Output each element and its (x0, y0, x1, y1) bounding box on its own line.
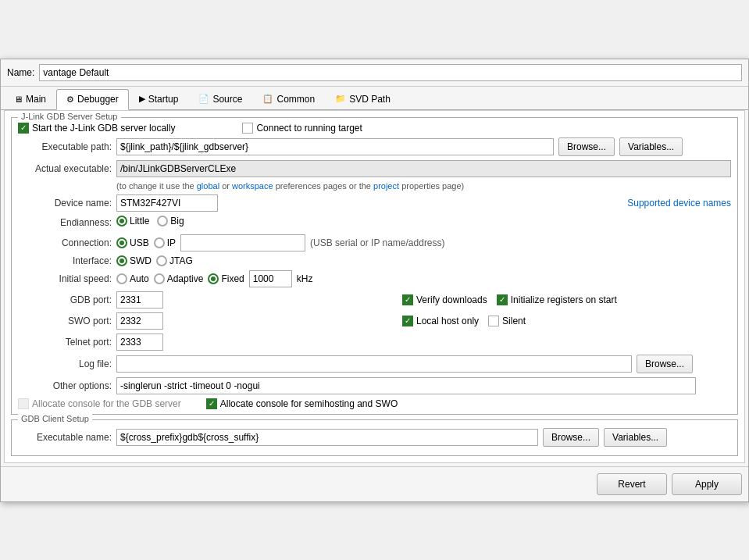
device-name-label: Device name: (18, 198, 112, 209)
silent-item[interactable]: Silent (488, 316, 526, 326)
speed-auto-radio[interactable] (116, 273, 127, 284)
connect-target-label: Connect to running target (256, 123, 362, 134)
speed-fixed[interactable]: Fixed (208, 273, 244, 284)
connect-target-checkbox[interactable] (242, 123, 253, 134)
exe-path-input[interactable]: ${jlink_path}/${jlink_gdbserver} (116, 138, 554, 155)
tab-debugger[interactable]: ⚙ Debugger (56, 89, 129, 110)
tab-content: J-Link GDB Server Setup Start the J-Link… (4, 110, 745, 463)
local-host-item[interactable]: Local host only (402, 316, 479, 326)
connection-ip-radio[interactable] (154, 237, 165, 248)
info-text-row: (to change it use the global or workspac… (116, 181, 731, 191)
name-input[interactable]: vantage Default (39, 64, 742, 81)
start-server-checkbox-item[interactable]: Start the J-Link GDB server locally (18, 123, 175, 134)
name-label: Name: (7, 67, 34, 78)
jlink-section-title: J-Link GDB Server Setup (18, 112, 121, 121)
speed-adaptive[interactable]: Adaptive (154, 273, 204, 284)
debugger-tab-icon: ⚙ (66, 95, 74, 105)
device-name-input[interactable] (116, 194, 218, 212)
local-host-checkbox[interactable] (402, 316, 413, 326)
supported-devices-link[interactable]: Supported device names (627, 198, 731, 209)
speed-value-input[interactable] (249, 270, 292, 287)
device-name-row: Device name: Supported device names (18, 194, 731, 212)
allocate-row: Allocate console for the GDB server Allo… (18, 398, 731, 409)
connection-ip[interactable]: IP (154, 237, 176, 248)
verify-downloads-checkbox[interactable] (402, 294, 413, 305)
exe-path-row: Executable path: ${jlink_path}/${jlink_g… (18, 137, 731, 156)
name-row: Name: vantage Default (1, 59, 748, 87)
interface-jtag[interactable]: JTAG (156, 255, 193, 266)
source-tab-icon: 📄 (198, 94, 209, 104)
tab-svdpath-label: SVD Path (349, 94, 391, 105)
log-browse-btn[interactable]: Browse... (637, 355, 693, 373)
gdb-browse-btn[interactable]: Browse... (543, 428, 599, 447)
speed-adaptive-radio[interactable] (154, 273, 165, 284)
allocate-semihosting-checkbox[interactable] (206, 398, 217, 409)
connection-usb[interactable]: USB (116, 237, 149, 248)
workspace-link[interactable]: workspace (232, 181, 273, 191)
other-options-row: Other options: (18, 377, 731, 394)
allocate-console-checkbox (18, 398, 29, 409)
connection-row: Connection: USB IP (USB serial or IP nam… (18, 234, 731, 251)
endianness-options: Little Big (116, 216, 184, 226)
tab-svdpath[interactable]: 📁 SVD Path (325, 89, 401, 109)
swo-port-row: SWO port: Local host only Silent (18, 312, 731, 330)
exe-name-row: Executable name: Browse... Variables... (18, 428, 731, 447)
exe-name-label: Executable name: (18, 432, 112, 443)
speed-auto[interactable]: Auto (116, 273, 149, 284)
connection-label: Connection: (18, 237, 112, 248)
tab-startup-label: Startup (148, 94, 179, 105)
actual-exe-label: Actual executable: (18, 163, 112, 174)
interface-swd-radio[interactable] (116, 255, 127, 266)
tabs-row: 🖥 Main ⚙ Debugger ▶ Startup 📄 Source 📋 C… (1, 87, 748, 110)
project-link[interactable]: project (373, 181, 399, 191)
actual-exe-row: Actual executable: /bin/JLinkGDBServerCL… (18, 160, 731, 177)
gdb-port-right-checks: Verify downloads Initialize registers on… (402, 294, 617, 305)
init-regs-checkbox[interactable] (497, 294, 508, 305)
interface-label: Interface: (18, 255, 112, 266)
tab-debugger-label: Debugger (77, 94, 119, 105)
ip-hint-label: (USB serial or IP name/address) (310, 237, 445, 248)
other-options-label: Other options: (18, 380, 112, 391)
endianness-little-radio[interactable] (116, 216, 127, 226)
log-file-input[interactable] (116, 355, 632, 373)
exe-name-input[interactable] (116, 429, 538, 446)
verify-downloads-item[interactable]: Verify downloads (402, 294, 487, 305)
apply-button[interactable]: Apply (672, 473, 742, 495)
allocate-semihosting-item[interactable]: Allocate console for semihosting and SWO (206, 398, 398, 409)
endianness-big-radio[interactable] (157, 216, 168, 226)
gdb-variables-btn[interactable]: Variables... (604, 428, 667, 447)
actual-exe-value: /bin/JLinkGDBServerCLExe (116, 160, 731, 177)
interface-swd[interactable]: SWD (116, 255, 152, 266)
tab-common-label: Common (276, 94, 315, 105)
start-server-label: Start the J-Link GDB server locally (32, 123, 175, 134)
log-file-label: Log file: (18, 358, 112, 369)
telnet-port-input[interactable] (116, 334, 163, 351)
other-options-input[interactable] (116, 377, 696, 394)
tab-common[interactable]: 📋 Common (252, 89, 325, 109)
speed-fixed-radio[interactable] (208, 273, 219, 284)
telnet-port-row: Telnet port: (18, 334, 731, 351)
tab-startup[interactable]: ▶ Startup (129, 89, 189, 109)
svdpath-tab-icon: 📁 (335, 94, 346, 104)
gdb-port-row: GDB port: Verify downloads Initialize re… (18, 291, 731, 309)
exe-path-variables-btn[interactable]: Variables... (619, 137, 683, 156)
tab-source[interactable]: 📄 Source (188, 89, 252, 109)
swo-port-input[interactable] (116, 312, 163, 330)
endianness-big[interactable]: Big (157, 216, 184, 226)
revert-button[interactable]: Revert (597, 473, 667, 495)
init-regs-item[interactable]: Initialize registers on start (497, 294, 617, 305)
ip-address-input[interactable] (180, 234, 305, 251)
endianness-little[interactable]: Little (116, 216, 149, 226)
start-server-checkbox[interactable] (18, 123, 29, 134)
footer-row: Revert Apply (1, 466, 748, 501)
global-link[interactable]: global (197, 181, 219, 191)
exe-path-browse-btn[interactable]: Browse... (558, 137, 615, 156)
initial-speed-label: Initial speed: (18, 273, 112, 284)
gdb-client-section: GDB Client Setup Executable name: Browse… (11, 419, 738, 456)
tab-main[interactable]: 🖥 Main (4, 89, 56, 109)
khz-label: kHz (297, 273, 313, 284)
connection-usb-radio[interactable] (116, 237, 127, 248)
gdb-port-input[interactable] (116, 291, 163, 309)
silent-checkbox[interactable] (488, 316, 499, 326)
interface-jtag-radio[interactable] (156, 255, 167, 266)
